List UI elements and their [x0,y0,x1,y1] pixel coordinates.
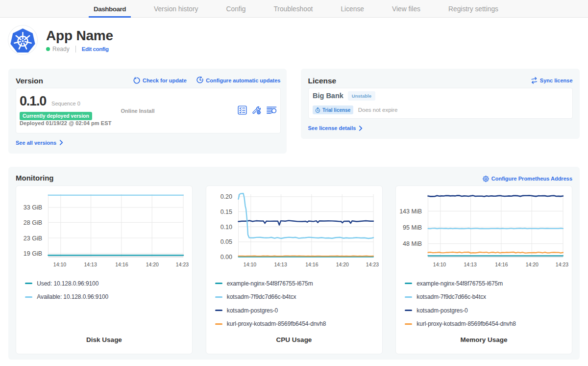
svg-text:48 MiB: 48 MiB [403,240,422,247]
svg-text:23 GiB: 23 GiB [24,235,42,242]
svg-text:14:16: 14:16 [495,261,508,267]
svg-text:14:13: 14:13 [274,261,287,267]
svg-text:14:10: 14:10 [243,261,256,267]
svg-text:143 MiB: 143 MiB [399,208,422,215]
svg-text:33 GiB: 33 GiB [24,204,42,211]
svg-text:0.05: 0.05 [220,238,232,245]
svg-text:14:16: 14:16 [305,261,318,267]
svg-text:14:13: 14:13 [84,261,97,267]
svg-text:0.10: 0.10 [220,224,232,231]
svg-text:95 MiB: 95 MiB [403,224,422,231]
svg-text:14:10: 14:10 [53,261,66,267]
svg-text:0.20: 0.20 [220,193,232,200]
svg-text:14:20: 14:20 [336,261,348,267]
svg-text:14:20: 14:20 [146,261,159,267]
svg-text:14:13: 14:13 [464,261,476,267]
svg-text:0.00: 0.00 [220,254,232,261]
svg-text:19 GiB: 19 GiB [24,250,42,257]
svg-text:0.15: 0.15 [220,209,232,215]
svg-text:28 GiB: 28 GiB [24,219,42,226]
svg-text:14:20: 14:20 [526,261,539,267]
svg-text:14:23: 14:23 [176,261,189,267]
svg-text:14:23: 14:23 [366,261,378,267]
svg-text:14:16: 14:16 [115,261,128,267]
svg-text:14:23: 14:23 [556,261,568,267]
svg-text:14:10: 14:10 [433,261,446,267]
